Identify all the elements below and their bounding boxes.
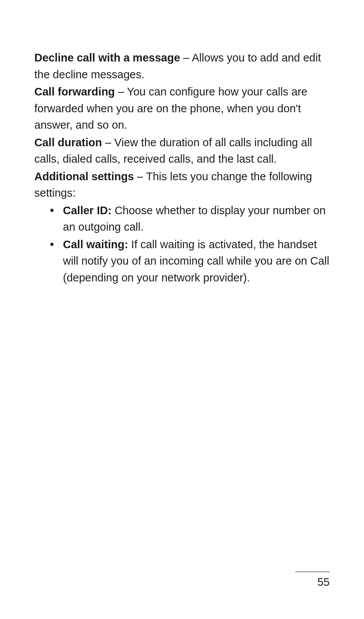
paragraph-additional-settings: Additional settings – This lets you chan…	[34, 168, 330, 202]
page-content: Decline call with a message – Allows you…	[34, 50, 330, 286]
page-number-container: 55	[295, 572, 330, 588]
settings-list: • Caller ID: Choose whether to display y…	[34, 202, 330, 286]
term-bold: Additional settings	[34, 170, 134, 183]
term-bold: Decline call with a message	[34, 52, 180, 64]
paragraph-call-forwarding: Call forwarding – You can configure how …	[34, 84, 330, 134]
bullet-icon: •	[50, 236, 54, 253]
paragraph-decline-call: Decline call with a message – Allows you…	[34, 50, 330, 83]
list-term-bold: Caller ID:	[63, 204, 111, 217]
term-bold: Call forwarding	[34, 86, 115, 98]
list-item-caller-id: • Caller ID: Choose whether to display y…	[63, 202, 330, 236]
term-bold: Call duration	[34, 136, 102, 149]
paragraph-call-duration: Call duration – View the duration of all…	[34, 134, 330, 168]
page-number-divider	[295, 572, 330, 572]
list-item-call-waiting: • Call waiting: If call waiting is activ…	[63, 236, 330, 286]
list-term-bold: Call waiting:	[63, 238, 128, 251]
bullet-icon: •	[50, 202, 54, 219]
page-number: 55	[317, 576, 330, 588]
